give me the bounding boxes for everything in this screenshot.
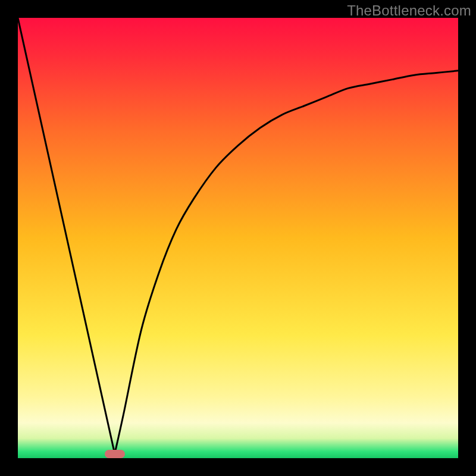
chart-frame: TheBottleneck.com: [0, 0, 476, 476]
plot-area: [18, 18, 458, 458]
minimum-marker: [105, 450, 125, 458]
watermark-label: TheBottleneck.com: [347, 2, 471, 19]
plot-svg: [18, 18, 458, 458]
gradient-background: [18, 18, 458, 458]
